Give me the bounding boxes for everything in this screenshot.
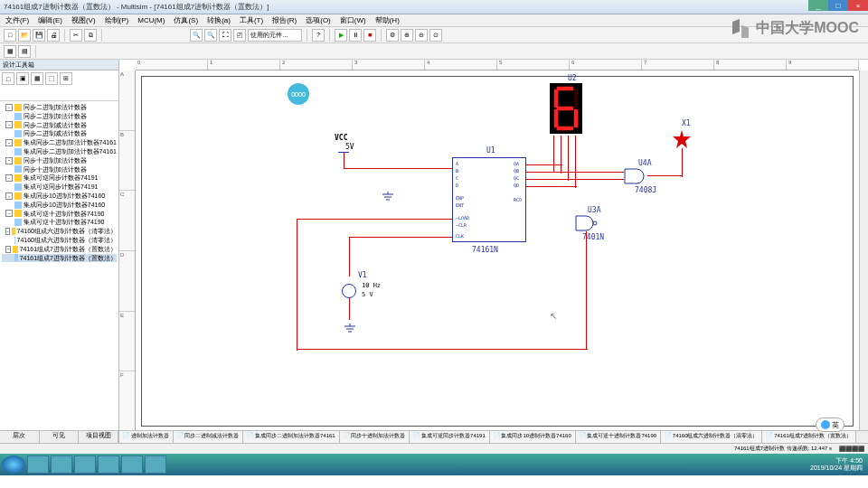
cut-icon[interactable]: ✂ [70, 29, 82, 42]
help-icon[interactable]: ? [312, 29, 325, 42]
stop-icon[interactable]: ■ [363, 29, 376, 42]
tool-icon[interactable]: ▣ [16, 72, 29, 85]
tool-icon[interactable]: ⬚ [45, 72, 58, 85]
tree-node[interactable]: -集成同步10进制计数器74160 [2, 192, 117, 201]
tree-leaf[interactable]: 同步十进制加法计数器 [2, 165, 117, 174]
cursor-icon: ↖ [550, 311, 557, 321]
indicator-led[interactable] [673, 130, 691, 148]
run-icon[interactable]: ▶ [335, 29, 347, 42]
print-icon[interactable]: 🖨 [47, 29, 60, 42]
menu-transfer[interactable]: 转换(a) [207, 15, 231, 25]
and-gate[interactable] [624, 168, 647, 184]
schematic-sheet[interactable]: VCC 5V U1 74161N A B C D ENP ENT ~LOAD ~… [136, 70, 859, 432]
overlay-bubble[interactable]: 0000 [288, 83, 309, 105]
ime-button[interactable]: 英 [816, 418, 844, 432]
tool-icon[interactable]: ▦ [4, 45, 16, 58]
sheet-tab[interactable]: 📄 74161组成7进制计数（置数法） [762, 431, 856, 443]
menu-simulate[interactable]: 仿真(S) [174, 15, 198, 25]
status-text: 74161组成7进制计数 传递函数: 12.447 s [734, 445, 832, 453]
tool-icon[interactable]: □ [2, 72, 14, 85]
taskbar-app-icon[interactable] [51, 455, 72, 474]
minimize-button[interactable]: _ [808, 0, 828, 11]
tool-icon[interactable]: ⊞ [60, 72, 72, 85]
tool-icon[interactable]: ⊖ [415, 29, 428, 42]
copy-icon[interactable]: ⧉ [84, 29, 97, 42]
open-icon[interactable]: 📂 [18, 29, 31, 42]
windows-taskbar: 下午 4:50 2019/10/24 星期四 [0, 454, 868, 475]
tree-node[interactable]: -同步二进制加法计数器 [2, 103, 117, 112]
tree-leaf[interactable]: 集成同步二进制加法计数器74161 [2, 147, 117, 156]
tree-node[interactable]: -同步二进制减法计数器 [2, 121, 117, 130]
tree-leaf[interactable]: 集成可逆同步计数器74191 [2, 183, 117, 192]
tab-project[interactable]: 项目视图 [79, 431, 118, 443]
system-tray[interactable]: 下午 4:50 2019/10/24 星期四 [810, 457, 866, 471]
sheet-tab[interactable]: 📄 同步二进制减法计数器 [174, 431, 244, 443]
tree-leaf[interactable]: 同步二进制加法计数器 [2, 112, 117, 121]
component-combo[interactable] [248, 29, 302, 42]
tool-icon[interactable]: ▤ [18, 45, 31, 58]
new-icon[interactable]: □ [4, 29, 16, 42]
status-icons: ⬛⬛⬛⬛ [839, 446, 864, 452]
taskbar-app-icon[interactable] [27, 455, 49, 474]
ground-symbol [382, 188, 394, 197]
tree-node[interactable]: -集成可逆十进制计数器74190 [2, 210, 117, 219]
clock-source[interactable] [342, 284, 356, 298]
menu-tools[interactable]: 工具(T) [240, 15, 263, 25]
menu-help[interactable]: 帮助(H) [375, 15, 400, 25]
tool-icon[interactable]: ⚙ [386, 29, 399, 42]
tree-node[interactable]: -74160组成六进制计数器（清零法） [2, 227, 117, 236]
sheet-tab[interactable]: 📄 集成可逆同步计数器74191 [410, 431, 489, 443]
tree-node[interactable]: -同步十进制加法计数器 [2, 156, 117, 165]
zoom-area-icon[interactable]: ◰ [233, 29, 246, 42]
tool-icon[interactable]: ⊕ [401, 29, 413, 42]
tab-hierarchy[interactable]: 层次 [0, 431, 40, 443]
sheet-tab[interactable]: 📄 同步十进制加法计数器 [340, 431, 410, 443]
zoom-fit-icon[interactable]: ⛶ [219, 29, 231, 42]
close-button[interactable]: × [848, 0, 868, 11]
taskbar-app-icon[interactable] [145, 455, 166, 474]
taskbar-app-icon[interactable] [98, 455, 119, 474]
tree-node[interactable]: -74161组成7进制计数器（置数法） [2, 245, 117, 254]
sheet-tab[interactable]: 📄 74160组成六进制计数器（清零法） [661, 431, 762, 443]
tab-visibility[interactable]: 可见 [40, 431, 80, 443]
tree-leaf[interactable]: 74161组成7进制计数器（置数法） [2, 254, 117, 263]
taskbar-app-icon[interactable] [121, 455, 143, 474]
tool-icon[interactable]: ⊙ [429, 29, 442, 42]
panel-tabs: 层次 可见 项目视图 [0, 430, 118, 443]
pause-icon[interactable]: ⏸ [349, 29, 362, 42]
tree-leaf[interactable]: 同步二进制减法计数器 [2, 129, 117, 138]
menu-reports[interactable]: 报告(R) [272, 15, 297, 25]
wire [344, 152, 344, 168]
sheet-tab[interactable]: 📄 集成同步10进制计数器74160 [490, 431, 576, 443]
zoom-out-icon[interactable]: 🔍 [204, 29, 217, 42]
save-icon[interactable]: 💾 [33, 29, 45, 42]
menu-window[interactable]: 窗口(W) [340, 15, 366, 25]
svg-marker-2 [673, 130, 691, 148]
menu-options[interactable]: 选项(O) [306, 15, 331, 25]
zoom-in-icon[interactable]: 🔍 [190, 29, 203, 42]
design-tree[interactable]: -同步二进制加法计数器同步二进制加法计数器-同步二进制减法计数器同步二进制减法计… [0, 101, 118, 430]
maximize-button[interactable]: □ [828, 0, 848, 11]
vcc-value: 5V [345, 143, 354, 151]
menu-view[interactable]: 视图(V) [71, 15, 96, 25]
tree-node[interactable]: -集成可逆同步计数器74191 [2, 174, 117, 183]
menu-edit[interactable]: 编辑(E) [38, 15, 62, 25]
seven-segment-display[interactable] [550, 83, 582, 134]
sheet-tab[interactable]: 📄 进制加法计数器 [119, 431, 174, 443]
menu-mcu[interactable]: MCU(M) [137, 16, 165, 24]
nand-gate[interactable] [575, 215, 599, 231]
start-button[interactable] [2, 455, 25, 474]
taskbar-app-icon[interactable] [74, 455, 96, 474]
menu-place[interactable]: 绘制(P) [105, 15, 129, 25]
menu-file[interactable]: 文件(F) [5, 15, 29, 25]
tree-node[interactable]: -集成同步二进制加法计数器74161 [2, 138, 117, 147]
scrollbar-vertical[interactable] [859, 70, 868, 432]
tool-icon[interactable]: ▦ [31, 72, 43, 85]
sheet-tab[interactable]: 📄 集成同步二进制加法计数器74161 [243, 431, 339, 443]
pin-label: ENP [456, 195, 464, 201]
sheet-tab[interactable]: 📄 集成可逆十进制计数器74190 [576, 431, 661, 443]
tree-leaf[interactable]: 集成可逆十进制计数器74190 [2, 218, 117, 227]
tree-leaf[interactable]: 集成同步10进制计数器74160 [2, 201, 117, 210]
schematic-canvas[interactable]: 0123456789 ABCDEF VCC 5V U1 74161N A B C… [119, 60, 868, 443]
tree-leaf[interactable]: 74160组成六进制计数器（清零法） [2, 236, 117, 245]
